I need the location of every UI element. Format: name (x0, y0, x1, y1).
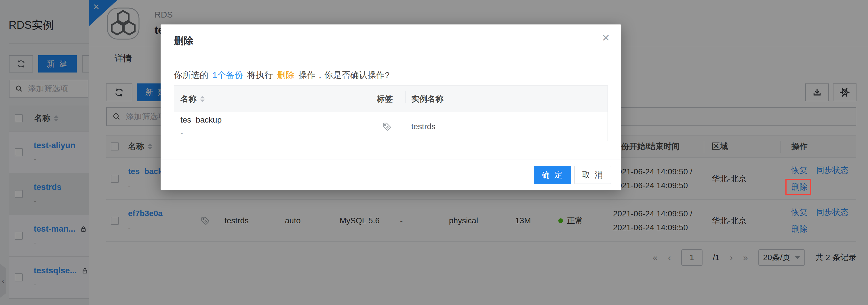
modal-table: 名称 标签 实例名称 tes_backup - (174, 86, 608, 141)
sort-icon[interactable] (200, 96, 205, 102)
confirm-button[interactable]: 确 定 (534, 166, 571, 184)
modal-table-header: 名称 标签 实例名称 (174, 86, 608, 112)
message-part: 将执行 (247, 69, 273, 81)
modal-title: 删除 (174, 34, 193, 48)
tag-icon (382, 122, 392, 131)
backup-instance: testrds (405, 112, 607, 141)
rds-console: RDS实例 新 建 名称 (0, 0, 868, 305)
cancel-button[interactable]: 取 消 (575, 166, 611, 184)
action-highlight: 删除 (277, 69, 294, 81)
count-highlight: 1个备份 (212, 69, 243, 81)
modal-close-button[interactable]: × (602, 31, 610, 44)
confirm-message: 你所选的 1个备份 将执行 删除 操作，你是否确认操作? (174, 69, 390, 81)
divider (161, 159, 621, 159)
name-column-header: 名称 (181, 93, 196, 104)
message-part: 你所选的 (174, 69, 208, 81)
modal-table-row: tes_backup - testrds (174, 112, 608, 141)
message-part: 操作，你是否确认操作? (299, 69, 390, 81)
divider (161, 55, 621, 55)
backup-name: tes_backup (181, 115, 222, 125)
backup-sub: - (181, 129, 183, 138)
red-highlight-box (785, 179, 811, 195)
instance-column-header: 实例名称 (405, 86, 607, 112)
delete-modal: 删除 × 你所选的 1个备份 将执行 删除 操作，你是否确认操作? 名称 标签 … (161, 25, 621, 190)
tag-column-header: 标签 (377, 86, 405, 112)
